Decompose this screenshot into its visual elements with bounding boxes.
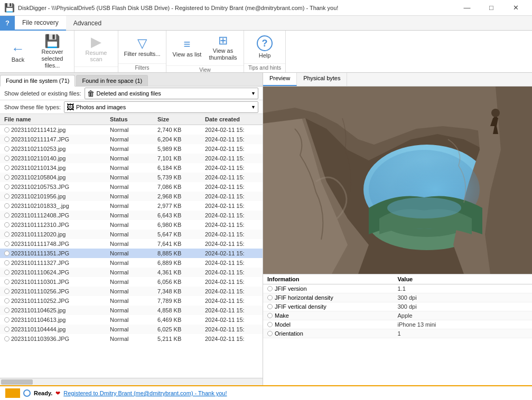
minimize-button[interactable]: — [455, 0, 479, 16]
file-row[interactable]: 20231101110256.JPG Normal 7,348 KB 2024-… [0, 287, 263, 296]
recover-button[interactable]: 💾 Recover selectedfiles... [34, 33, 71, 72]
tab-preview[interactable]: Preview [263, 73, 297, 86]
info-row: Make Apple [263, 311, 532, 320]
view-list-label: View as list [173, 51, 202, 58]
filters-group-label: Filters [118, 63, 166, 72]
file-row[interactable]: 20231101112408.JPG Normal 6,643 KB 2024-… [0, 211, 263, 220]
file-row[interactable]: 20231102101833_.jpg Normal 2,977 KB 2024… [0, 201, 263, 211]
file-row[interactable]: 20231101110252.JPG Normal 7,789 KB 2024-… [0, 296, 263, 306]
file-row[interactable]: 20231102111412.jpg Normal 2,740 KB 2024-… [0, 125, 263, 135]
filetype-filter-icon: 🖼 [67, 103, 74, 111]
window-controls: — □ ✕ [455, 0, 528, 16]
resume-icon: ▶ [91, 35, 101, 49]
filetype-filter-label: Show these file types: [4, 104, 61, 110]
view-thumb-icon: ⊞ [218, 35, 228, 46]
file-row[interactable]: 20231102110253.jpg Normal 5,989 KB 2024-… [0, 144, 263, 154]
recovery-group: ← Back 💾 Recover selectedfiles... Recove… [0, 31, 74, 72]
resume-label: Resume scan [79, 50, 114, 62]
right-panel: Preview Physical bytes [263, 73, 532, 385]
file-tabs: Found in file system (71) Found in free … [0, 73, 263, 87]
filetype-filter-row: Show these file types: 🖼 Photos and imag… [0, 100, 263, 114]
file-row[interactable]: 20231101104613.jpg Normal 6,469 KB 2024-… [0, 315, 263, 325]
horizontal-scrollbar[interactable] [0, 378, 263, 385]
deleted-filter-icon: 🗑 [87, 89, 95, 98]
col-filename[interactable]: File name [2, 115, 108, 123]
col-date[interactable]: Date created [203, 115, 260, 123]
close-button[interactable]: ✕ [503, 0, 528, 16]
info-rows[interactable]: JFIF version 1.1 JFIF horizontal density… [263, 284, 532, 385]
col-status[interactable]: Status [108, 115, 155, 123]
title-text: DiskDigger - \\\PhysicalDrive5 (USB Flas… [18, 5, 455, 11]
help-label: Help [259, 52, 271, 59]
recover-label: Recover selectedfiles... [35, 49, 70, 70]
app-icon: 💾 [4, 3, 15, 13]
tab-file-recovery[interactable]: File recovery [15, 16, 66, 31]
tab-found-filesystem[interactable]: Found in file system (71) [0, 75, 75, 87]
view-list-icon: ≡ [184, 39, 191, 50]
help-tips-button[interactable]: ? Help [247, 33, 282, 61]
file-list[interactable]: 20231102111412.jpg Normal 2,740 KB 2024-… [0, 125, 263, 378]
back-label: Back [12, 56, 24, 63]
file-row[interactable]: 20231102105804.jpg Normal 5,739 KB 2024-… [0, 173, 263, 182]
file-row[interactable]: 20231102110140.jpg Normal 7,101 KB 2024-… [0, 154, 263, 163]
help-icon: ? [257, 35, 273, 51]
file-row[interactable]: 20231101111351.JPG Normal 8,885 KB 2024-… [0, 249, 263, 258]
info-row: Orientation 1 [263, 329, 532, 338]
view-group: ≡ View as list ⊞ View asthumbnails View [166, 31, 244, 72]
file-row[interactable]: 20231102101956.jpg Normal 2,968 KB 2024-… [0, 192, 263, 201]
deleted-filter-value: Deleted and existing files [97, 90, 161, 97]
recover-icon: 💾 [44, 35, 60, 47]
file-row[interactable]: 20231101112310.JPG Normal 6,980 KB 2024-… [0, 220, 263, 230]
col-size[interactable]: Size [155, 115, 203, 123]
filetype-filter-select[interactable]: 🖼 Photos and images ▼ [64, 101, 258, 113]
deleted-filter-chevron: ▼ [251, 91, 256, 96]
info-row: JFIF horizontal density 300 dpi [263, 293, 532, 302]
help-button[interactable]: ? [0, 16, 15, 31]
back-icon: ← [11, 42, 25, 55]
file-row[interactable]: 20231102111147.JPG Normal 6,204 KB 2024-… [0, 135, 263, 144]
tips-group-label: Tips and hints [244, 63, 285, 72]
filters-group: ▽ Filter results... Filters [118, 31, 166, 72]
file-row[interactable]: 20231101111748.JPG Normal 7,641 KB 2024-… [0, 239, 263, 249]
svg-point-7 [491, 109, 500, 117]
file-row[interactable]: 20231101110301.JPG Normal 6,056 KB 2024-… [0, 277, 263, 287]
file-row[interactable]: 20231101104444.jpg Normal 6,025 KB 2024-… [0, 325, 263, 334]
heart-icon: ❤ [55, 390, 60, 397]
tab-found-freespace[interactable]: Found in free space (1) [76, 75, 148, 86]
svg-point-6 [387, 197, 461, 218]
file-row[interactable]: 20231101103936.JPG Normal 5,211 KB 2024-… [0, 334, 263, 344]
registered-link[interactable]: Registered to Dmitry Brant (me@dmitrybra… [63, 390, 227, 396]
titlebar: 💾 DiskDigger - \\\PhysicalDrive5 (USB Fl… [0, 0, 532, 16]
filter-results-button[interactable]: ▽ Filter results... [122, 35, 163, 59]
filter-icon: ▽ [137, 37, 147, 50]
deleted-filter-select[interactable]: 🗑 Deleted and existing files ▼ [85, 88, 258, 99]
progress-indicator [5, 388, 20, 398]
file-row[interactable]: 20231102110134.jpg Normal 6,184 KB 2024-… [0, 163, 263, 173]
scan-group: ▶ Resume scan [74, 31, 118, 72]
info-header: Information Value [263, 274, 532, 284]
menubar: ? File recovery Advanced [0, 16, 532, 31]
file-row[interactable]: 20231102105753.JPG Normal 7,086 KB 2024-… [0, 182, 263, 192]
preview-tabs: Preview Physical bytes [263, 73, 532, 87]
resume-scan-button[interactable]: ▶ Resume scan [78, 33, 115, 64]
file-row[interactable]: 20231101104625.jpg Normal 4,858 KB 2024-… [0, 306, 263, 315]
tips-group: ? Help Tips and hints [244, 31, 286, 72]
left-panel: Found in file system (71) Found in free … [0, 73, 263, 385]
statusbar: Ready. ❤ Registered to Dmitry Brant (me@… [0, 385, 532, 400]
info-row: Model iPhone 13 mini [263, 320, 532, 329]
file-row[interactable]: 20231101112020.jpg Normal 5,647 KB 2024-… [0, 230, 263, 239]
deleted-filter-row: Show deleted or existing files: 🗑 Delete… [0, 87, 263, 100]
view-as-list-button[interactable]: ≡ View as list [170, 36, 204, 60]
file-row[interactable]: 20231101110624.JPG Normal 4,361 KB 2024-… [0, 268, 263, 277]
main-area: Found in file system (71) Found in free … [0, 73, 532, 385]
file-list-header: File name Status Size Date created [0, 114, 263, 125]
view-as-thumbnails-button[interactable]: ⊞ View asthumbnails [206, 33, 240, 63]
status-icon [23, 389, 31, 397]
view-thumb-label: View asthumbnails [209, 47, 237, 61]
preview-image [263, 87, 532, 274]
maximize-button[interactable]: □ [479, 0, 503, 16]
tab-physical-bytes[interactable]: Physical bytes [297, 73, 347, 86]
tab-advanced[interactable]: Advanced [66, 16, 109, 31]
file-row[interactable]: 20231101111327.JPG Normal 6,889 KB 2024-… [0, 258, 263, 268]
back-button[interactable]: ← Back [3, 40, 33, 65]
